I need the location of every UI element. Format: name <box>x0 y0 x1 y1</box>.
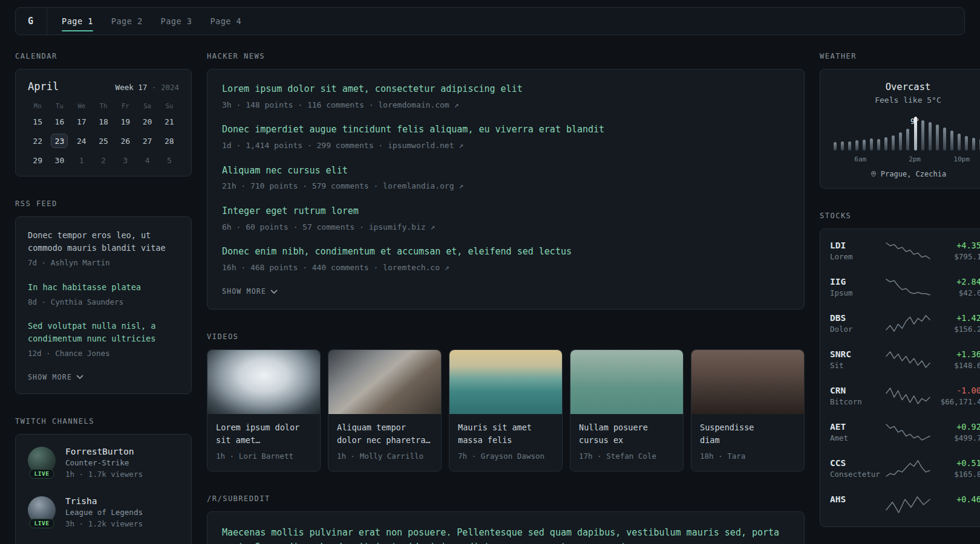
calendar-header: April Week 17 · 2024 <box>27 80 180 92</box>
app-logo[interactable]: G <box>28 8 47 34</box>
rss-item-link[interactable]: Donec tempor eros leo, ut commodo mauris… <box>28 229 179 254</box>
stock-price: $499.72 <box>933 433 980 442</box>
stock-price <box>933 506 980 515</box>
calendar-day: 28 <box>161 134 178 148</box>
stock-values: -1.00% $66,171.48 <box>933 386 980 406</box>
stock-values: +0.46% <box>933 494 980 515</box>
stock-sparkline <box>883 423 933 441</box>
dashboard-grid: CALENDAR April Week 17 · 2024 Mo Tu We T… <box>0 35 980 544</box>
hn-item-link[interactable]: Lorem ipsum dolor sit amet, consectetur … <box>222 83 789 96</box>
hn-item: Aliquam nec cursus elit 21h · 710 points… <box>222 164 789 192</box>
stock-row[interactable]: AHS +0.46% <box>830 487 980 523</box>
calendar-widget-title: CALENDAR <box>15 52 192 60</box>
rss-item-link[interactable]: In hac habitasse platea <box>28 281 179 294</box>
chevron-down-icon <box>76 374 83 380</box>
video-card[interactable]: Mauris sit amet massa felis 7h · Grayson… <box>449 349 563 471</box>
rss-show-more-button[interactable]: SHOW MORE <box>28 372 83 381</box>
video-meta: 1h · Molly Carrillo <box>328 446 441 471</box>
rss-widget-title: RSS FEED <box>15 199 192 208</box>
page-tab[interactable]: Page 4 <box>210 8 241 34</box>
calendar-day: 22 <box>29 134 46 148</box>
hn-item-link[interactable]: Donec imperdiet augue tincidunt felis al… <box>222 123 789 137</box>
hn-item-meta: 1d · 1,414 points · 299 comments · ipsum… <box>222 140 789 152</box>
video-card[interactable]: Aliquam tempor dolor nec pharetra… 1h · … <box>328 349 442 471</box>
channel-name: ForrestBurton <box>65 447 143 456</box>
hn-item-link[interactable]: Donec enim nibh, condimentum et accumsan… <box>222 245 789 259</box>
rss-item-meta: 12d · Chance Jones <box>28 348 179 360</box>
stock-change: +1.42% <box>933 313 980 323</box>
stocks-widget: STOCKS LDI Lorem +4.35% $795.18 <box>820 212 980 527</box>
stock-change: +4.35% <box>933 241 980 250</box>
video-card[interactable]: Suspendisse diam 18h · Tara <box>691 349 805 471</box>
weather-time-label: 6am <box>854 155 866 163</box>
stock-row[interactable]: CRN Bitcorn -1.00% $66,171.48 <box>830 378 980 414</box>
hn-show-more-button[interactable]: SHOW MORE <box>222 286 278 296</box>
weather-bar <box>841 141 844 151</box>
page-tab[interactable]: Page 2 <box>111 8 143 34</box>
weather-bar <box>870 138 873 151</box>
video-meta: 1h · Lori Barnett <box>207 446 320 471</box>
hackernews-widget: HACKER NEWS Lorem ipsum dolor sit amet, … <box>207 52 805 309</box>
calendar-month: April <box>28 80 59 92</box>
live-badge: LIVE <box>30 519 54 528</box>
video-meta: 7h · Grayson Dawson <box>449 446 562 471</box>
video-card[interactable]: Nullam posuere cursus ex 17h · Stefan Co… <box>570 349 684 471</box>
calendar-day-header: We <box>77 102 85 109</box>
stock-row[interactable]: LDI Lorem +4.35% $795.18 <box>830 233 980 269</box>
video-card[interactable]: Lorem ipsum dolor sit amet consectetu… 1… <box>207 349 321 471</box>
reddit-post-link[interactable]: Maecenas mollis pulvinar erat non posuer… <box>222 525 789 544</box>
calendar-day: 24 <box>73 134 90 148</box>
twitch-channel-row[interactable]: LIVE ForrestBurton Counter-Strike 1h · 1… <box>28 447 179 481</box>
weather-bar <box>899 132 902 151</box>
stock-values: +0.51% $165.84 <box>933 458 980 479</box>
weather-bar <box>848 141 851 151</box>
rss-item-meta: 8d · Cynthia Saunders <box>28 297 179 308</box>
rss-item-link[interactable]: Sed volutpat nulla nisl, a condimentum n… <box>28 320 179 345</box>
calendar-day: 16 <box>51 114 68 129</box>
stock-row[interactable]: IIG Ipsum +2.84% $42.04 <box>830 269 980 305</box>
stock-row[interactable]: DBS Dolor +1.42% $156.28 <box>830 305 980 342</box>
video-thumbnail <box>207 350 320 414</box>
stock-symbol: DBS <box>830 313 883 323</box>
hn-item-link[interactable]: Integer eget rutrum lorem <box>222 205 789 218</box>
stock-row[interactable]: AET Amet +0.92% $499.72 <box>830 414 980 450</box>
stock-name: Bitcorn <box>830 397 883 406</box>
channel-game: Counter-Strike <box>65 458 143 467</box>
page-tab[interactable]: Page 1 <box>62 8 93 34</box>
stock-row[interactable]: CCS Consectetur +0.51% $165.84 <box>830 450 980 487</box>
calendar-day: 3 <box>117 153 134 167</box>
channel-avatar: LIVE <box>28 447 56 474</box>
stock-price: $42.04 <box>933 288 980 297</box>
weather-bar <box>936 125 939 151</box>
weather-condition: Overcast <box>830 82 980 92</box>
twitch-box: LIVE ForrestBurton Counter-Strike 1h · 1… <box>15 434 192 544</box>
video-thumbnail <box>328 350 441 414</box>
channel-viewers: 3h · 1.2k viewers <box>65 519 143 530</box>
weather-bar <box>906 129 909 151</box>
weather-bar <box>950 131 953 151</box>
weather-bar <box>921 120 924 151</box>
hackernews-widget-title: HACKER NEWS <box>207 52 805 60</box>
reddit-post: Maecenas mollis pulvinar erat non posuer… <box>222 525 789 544</box>
stock-sparkline <box>883 278 933 296</box>
weather-bar-chart: 9° <box>830 117 980 165</box>
twitch-channel-row[interactable]: LIVE Trisha League of Legends 3h · 1.2k … <box>28 496 179 530</box>
stock-sparkline <box>883 314 933 332</box>
hn-item-meta: 3h · 148 points · 116 comments · loremdo… <box>222 99 789 111</box>
stock-name <box>830 506 883 515</box>
weather-time-label: 10pm <box>953 155 970 163</box>
stock-values: +2.84% $42.04 <box>933 277 980 297</box>
stock-row[interactable]: SNRC Sit +1.36% $148.64 <box>830 342 980 378</box>
stock-sparkline <box>883 351 933 369</box>
video-meta: 17h · Stefan Cole <box>570 446 683 471</box>
page-tab[interactable]: Page 3 <box>161 8 192 34</box>
rss-widget: RSS FEED Donec tempor eros leo, ut commo… <box>15 199 192 394</box>
stock-id: AET Amet <box>830 422 883 442</box>
weather-widget: WEATHER Overcast Feels like 5°C 9° <box>820 52 980 189</box>
video-thumbnail <box>449 350 562 414</box>
video-title: Suspendisse diam <box>691 414 804 446</box>
hn-item-link[interactable]: Aliquam nec cursus elit <box>222 164 789 178</box>
rss-item: Donec tempor eros leo, ut commodo mauris… <box>28 229 179 269</box>
calendar-day: 25 <box>95 134 112 148</box>
calendar-day-header: Th <box>100 102 108 109</box>
